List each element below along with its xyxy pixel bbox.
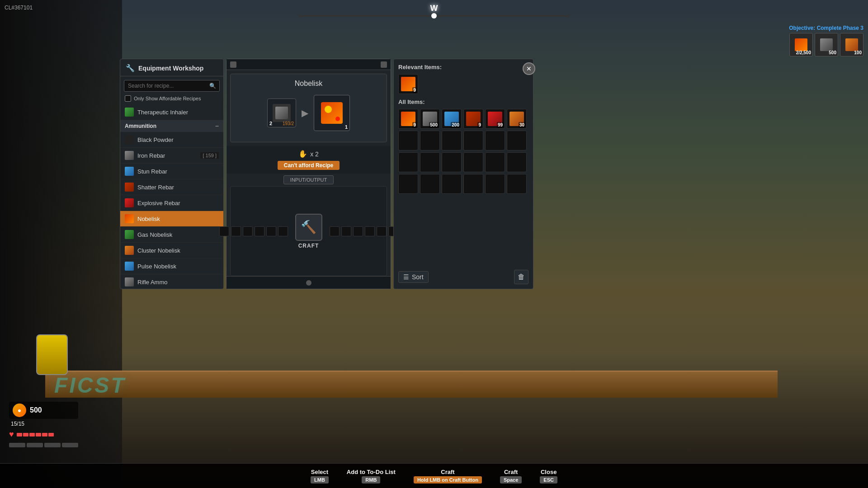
- recipe-explosive-rebar[interactable]: Explosive Rebar: [120, 195, 223, 211]
- panel-header: 🔧 Equipment Workshop: [120, 59, 223, 76]
- recipe-iron-rebar[interactable]: Iron Rebar [ 159 ]: [120, 148, 223, 164]
- search-input[interactable]: [124, 80, 220, 92]
- all-slot-14[interactable]: [420, 152, 440, 172]
- recipe-nobelisk[interactable]: Nobelisk: [120, 211, 223, 227]
- panel-dot-left[interactable]: [230, 61, 236, 68]
- all-slot-19[interactable]: [398, 174, 418, 194]
- seg4: [36, 433, 41, 436]
- panel-title: Equipment Workshop: [138, 65, 203, 72]
- recipe-shatter-rebar[interactable]: Shatter Rebar: [120, 179, 223, 195]
- recipe-rifle-ammo[interactable]: Rifle Ammo: [120, 274, 223, 289]
- output-box: 1: [314, 95, 350, 131]
- action-close-key: ESC: [540, 476, 557, 483]
- checkbox-row[interactable]: Only Show Affordable Recipes: [120, 95, 223, 104]
- hand-icon: ✋: [298, 150, 307, 158]
- delete-button[interactable]: 🗑: [514, 270, 528, 284]
- ingredient-count: 2: [269, 121, 272, 126]
- arrow-right-icon: ▶: [302, 108, 308, 118]
- all-slot-4[interactable]: 9: [463, 109, 483, 129]
- all-slot-7[interactable]: [398, 131, 418, 150]
- search-bar-container: 🔍: [124, 80, 220, 92]
- all-slot-3[interactable]: 200: [442, 109, 462, 129]
- output-icon: [319, 100, 344, 126]
- obj-item-2: 500: [815, 33, 838, 56]
- seg5: [42, 433, 47, 436]
- sort-icon: ☰: [403, 273, 409, 281]
- all-slot-15[interactable]: [442, 152, 462, 172]
- recipe-gas-nobelisk[interactable]: Gas Nobelisk: [120, 227, 223, 243]
- resource-icon: ●: [13, 404, 26, 417]
- shatter-rebar-icon: [125, 183, 134, 192]
- recipe-cluster-nobelisk[interactable]: Cluster Nobelisk: [120, 243, 223, 258]
- output-slot-5: [377, 226, 387, 236]
- progress-bar: [298, 15, 570, 17]
- all-slot-22[interactable]: [463, 174, 483, 194]
- all-slot-17[interactable]: [485, 152, 505, 172]
- seg6: [48, 433, 54, 436]
- gas-nobelisk-icon: [125, 230, 134, 239]
- seg2: [23, 433, 28, 436]
- panel-dot-right[interactable]: [381, 61, 387, 68]
- objective-panel: Objective: Complete Phase 3 2/2,500 500 …: [789, 25, 863, 56]
- all-slot-20[interactable]: [420, 174, 440, 194]
- resource-sub: 15/15: [11, 421, 78, 427]
- all-slot-18[interactable]: [507, 152, 527, 172]
- all-slot-2[interactable]: 500: [420, 109, 440, 129]
- all-slot-8[interactable]: [420, 131, 440, 150]
- quick-slot-bar: [9, 443, 25, 447]
- relevant-items-grid: 9: [398, 74, 528, 94]
- all-items-grid: 9 500 200 9 99 30: [398, 109, 528, 194]
- recipe-therapeutic-inhaler[interactable]: Therapeutic Inhaler: [120, 104, 223, 120]
- action-close-label: Close: [541, 469, 557, 475]
- action-close: Close ESC: [540, 469, 557, 483]
- all-slot-21[interactable]: [442, 174, 462, 194]
- craft-bottom-bar: [226, 276, 391, 289]
- rifle-ammo-icon: [125, 277, 134, 286]
- input-slot-3: [243, 226, 253, 236]
- all-slot-1[interactable]: 9: [398, 109, 418, 129]
- craft-button-main[interactable]: 🔨 CRAFT: [295, 214, 322, 249]
- affordable-checkbox[interactable]: [125, 95, 131, 102]
- sort-button[interactable]: ☰ Sort: [398, 271, 429, 283]
- affordable-label: Only Show Affordable Recipes: [134, 96, 201, 101]
- all-slot-5[interactable]: 99: [485, 109, 505, 129]
- close-button[interactable]: ✕: [523, 62, 535, 75]
- obj-item-1: 2/2,500: [789, 33, 813, 56]
- nobelisk-icon: [125, 214, 134, 223]
- all-count-6: 30: [519, 122, 525, 128]
- craft-panel: Nobelisk 2 193/2 ▶: [226, 59, 391, 289]
- obj-icon-1: [795, 38, 807, 51]
- relevant-slot-1[interactable]: 9: [398, 74, 418, 94]
- iron-rebar-count: [ 159 ]: [200, 152, 219, 159]
- all-slot-10[interactable]: [463, 131, 483, 150]
- sort-label: Sort: [412, 273, 424, 281]
- iron-rebar-icon: [125, 151, 134, 160]
- recipe-stun-rebar[interactable]: Stun Rebar: [120, 164, 223, 179]
- recipe-list[interactable]: Ammunition − Black Powder Iron Rebar [ 1…: [120, 120, 223, 289]
- craft-panel-top-bar: [226, 59, 391, 70]
- all-slot-23[interactable]: [485, 174, 505, 194]
- all-slot-11[interactable]: [485, 131, 505, 150]
- objective-label: Objective: Complete Phase 3: [789, 25, 863, 31]
- barrel: [36, 334, 68, 375]
- progress-dot: [431, 13, 437, 19]
- recipe-pulse-nobelisk[interactable]: Pulse Nobelisk: [120, 258, 223, 274]
- all-slot-12[interactable]: [507, 131, 527, 150]
- cluster-nobelisk-icon: [125, 246, 134, 255]
- all-slot-6[interactable]: 30: [507, 109, 527, 129]
- io-button[interactable]: INPUT/OUTPUT: [283, 175, 334, 184]
- all-slot-13[interactable]: [398, 152, 418, 172]
- all-slot-9[interactable]: [442, 131, 462, 150]
- craft-btn-label: CRAFT: [298, 243, 319, 249]
- category-ammunition[interactable]: Ammunition −: [120, 120, 223, 132]
- action-todo: Add to To-Do List RMB: [347, 469, 396, 483]
- health-segments: [17, 433, 54, 436]
- all-slot-16[interactable]: [463, 152, 483, 172]
- all-count-4: 9: [477, 122, 482, 128]
- recipe-black-powder[interactable]: Black Powder: [120, 132, 223, 148]
- all-slot-24[interactable]: [507, 174, 527, 194]
- ingredient-needed: 193/2: [283, 121, 294, 126]
- output-slot-3: [353, 226, 363, 236]
- recipe-display: Nobelisk 2 193/2 ▶: [230, 74, 387, 142]
- action-craft-hold-key: Hold LMB on Craft Button: [414, 476, 482, 483]
